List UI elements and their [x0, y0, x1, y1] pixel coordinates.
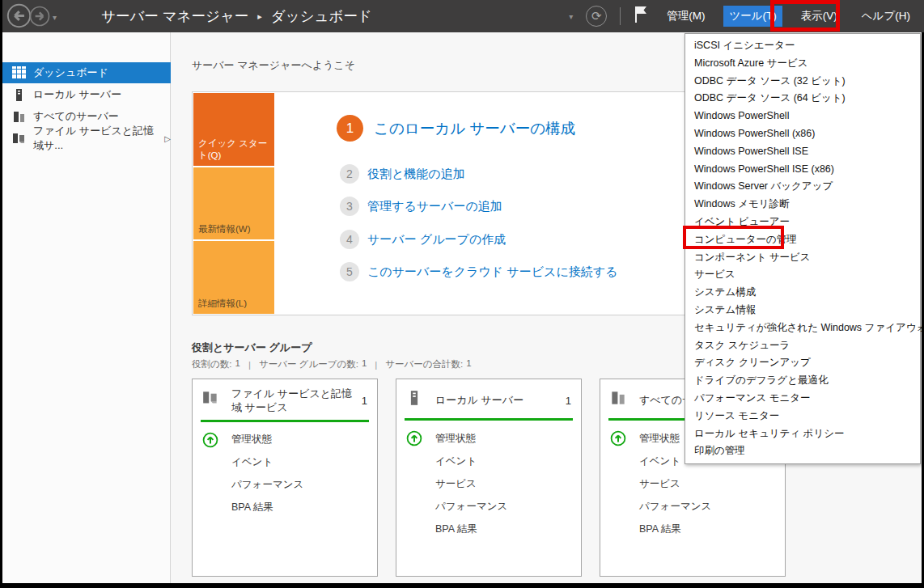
app-title: サーバー マネージャー: [101, 6, 248, 26]
tools-menu-item-local-security-policy[interactable]: ローカル セキュリティ ポリシー: [685, 425, 920, 443]
tools-menu-item-resource-monitor[interactable]: リソース モニター: [685, 408, 920, 425]
sidebar-item-label: ローカル サーバー: [33, 87, 121, 102]
tools-menu-item-task-scheduler[interactable]: タスク スケジューラ: [685, 337, 920, 355]
card-item-bpa-results[interactable]: BPA 結果: [610, 518, 785, 540]
refresh-icon[interactable]: ⟳: [586, 6, 607, 27]
step-link[interactable]: このローカル サーバーの構成: [374, 118, 575, 138]
menu-view[interactable]: 表示(V): [795, 6, 843, 27]
tools-menu-item-computer-management[interactable]: コンピューターの管理: [685, 231, 920, 249]
sidebar-item-file-storage-services[interactable]: ファイル サービスと記憶域サ... ▷: [2, 128, 171, 149]
tools-menu-item-windows-firewall-advanced[interactable]: セキュリティが強化された Windows ファイアウォール: [685, 319, 920, 337]
quickstart-step-2[interactable]: 2 役割と機能の追加: [340, 164, 465, 184]
card-item-label: 管理状態: [639, 432, 680, 446]
card-header[interactable]: ローカル サーバー 1: [396, 379, 581, 418]
breadcrumb-separator-icon: ▸: [257, 11, 262, 22]
menu-tools[interactable]: ツール(T): [723, 6, 782, 27]
tools-menu-item-system-information[interactable]: システム情報: [685, 302, 920, 319]
window-border-left: [0, 0, 2, 588]
card-item-label: BPA 結果: [639, 522, 681, 536]
card-header[interactable]: ファイル サービスと記憶域 サービス 1: [193, 379, 377, 420]
nav-buttons: ▾: [6, 3, 57, 32]
count-label: 役割の数:: [192, 358, 231, 370]
card-item-bpa-results[interactable]: BPA 結果: [406, 518, 581, 540]
titlebar: ▾ サーバー マネージャー ▸ ダッシュボード ▾ ⟳ 管理(M) ツール(T)…: [0, 0, 924, 32]
tools-menu-item-powershell-ise-x86[interactable]: Windows PowerShell ISE (x86): [685, 161, 920, 179]
quickstart-step-3[interactable]: 3 管理するサーバーの追加: [340, 197, 502, 216]
card-title[interactable]: ローカル サーバー: [435, 394, 523, 408]
notifications-flag-icon[interactable]: [634, 5, 648, 27]
tools-menu-item-performance-monitor[interactable]: パフォーマンス モニター: [685, 390, 920, 408]
count-separator: |: [248, 360, 251, 370]
card-item-performance[interactable]: パフォーマンス: [610, 495, 785, 518]
quickstart-step-4[interactable]: 4 サーバー グループの作成: [340, 230, 506, 249]
welcome-heading: サーバー マネージャーへようこそ: [192, 58, 355, 73]
server-caret-icon[interactable]: ▾: [569, 12, 573, 21]
dashboard-icon: [12, 66, 26, 80]
card-file-storage-services: ファイル サービスと記憶域 サービス 1 管理状態 イベント パフォーマンス B…: [192, 379, 378, 577]
file-storage-services-icon: [12, 132, 26, 146]
count-separator: |: [375, 360, 377, 370]
sidebar-item-label: ダッシュボード: [33, 66, 108, 80]
card-count: 1: [357, 395, 367, 407]
sidebar-item-dashboard[interactable]: ダッシュボード: [2, 62, 171, 83]
titlebar-divider: [620, 7, 621, 25]
menu-manage[interactable]: 管理(M): [661, 6, 710, 27]
step-link[interactable]: サーバー グループの作成: [367, 232, 506, 247]
card-item-events[interactable]: イベント: [202, 451, 377, 474]
step-number-badge: 5: [340, 262, 359, 281]
tab-label: クイック スタート(Q): [198, 137, 271, 162]
tools-menu-item-print-management[interactable]: 印刷の管理: [685, 442, 920, 460]
quickstart-step-1[interactable]: 1 このローカル サーバーの構成: [337, 115, 575, 142]
card-item-manageability[interactable]: 管理状態: [202, 429, 377, 451]
card-item-events[interactable]: イベント: [406, 450, 581, 472]
breadcrumb: サーバー マネージャー ▸ ダッシュボード: [101, 0, 372, 32]
tools-menu-item-powershell[interactable]: Windows PowerShell: [685, 108, 920, 125]
tools-menu-item-defragment-optimize-drives[interactable]: ドライブのデフラグと最適化: [685, 372, 920, 390]
tools-menu-item-event-viewer[interactable]: イベント ビューアー: [685, 214, 920, 231]
tab-learn-more[interactable]: 詳細情報(L): [193, 241, 274, 314]
card-item-performance[interactable]: パフォーマンス: [202, 474, 377, 497]
card-item-services[interactable]: サービス: [406, 472, 581, 495]
menu-help[interactable]: ヘルプ(H): [856, 6, 916, 27]
tools-menu-item-odbc-32[interactable]: ODBC データ ソース (32 ビット): [685, 73, 920, 91]
step-number-badge: 3: [340, 197, 359, 216]
quickstart-step-5[interactable]: 5 このサーバーをクラウド サービスに接続する: [340, 262, 617, 281]
card-item-label: イベント: [231, 455, 273, 469]
tools-menu-item-iscsi-initiator[interactable]: iSCSI イニシエーター: [685, 37, 920, 55]
count-value: 1: [235, 358, 239, 370]
page-title: ダッシュボード: [271, 6, 372, 26]
count-label: サーバー グループの数:: [259, 358, 358, 370]
tab-whats-new[interactable]: 最新情報(W): [193, 167, 274, 239]
tools-menu-item-windows-memory-diagnostic[interactable]: Windows メモリ診断: [685, 196, 920, 214]
sidebar-item-local-server[interactable]: ローカル サーバー: [2, 84, 171, 105]
tools-dropdown-menu: iSCSI イニシエーター Microsoft Azure サービス ODBC …: [685, 33, 921, 464]
card-item-performance[interactable]: パフォーマンス: [406, 495, 581, 518]
tools-menu-item-services[interactable]: サービス: [685, 266, 920, 284]
tab-label: 最新情報(W): [198, 223, 251, 235]
tab-quick-start[interactable]: クイック スタート(Q): [193, 93, 274, 166]
back-icon[interactable]: [6, 3, 32, 32]
card-item-manageability[interactable]: 管理状態: [406, 427, 581, 450]
step-number-badge: 4: [340, 230, 359, 249]
tools-menu-item-microsoft-azure-services[interactable]: Microsoft Azure サービス: [685, 55, 920, 73]
tools-menu-item-disk-cleanup[interactable]: ディスク クリーンアップ: [685, 354, 920, 372]
nav-history-caret-icon[interactable]: ▾: [53, 13, 57, 22]
tools-menu-item-system-configuration[interactable]: システム構成: [685, 284, 920, 302]
tools-menu-item-powershell-x86[interactable]: Windows PowerShell (x86): [685, 125, 920, 143]
step-link[interactable]: 役割と機能の追加: [367, 167, 465, 182]
chevron-right-icon[interactable]: ▷: [164, 134, 171, 143]
tools-menu-item-odbc-64[interactable]: ODBC データ ソース (64 ビット): [685, 90, 920, 108]
tools-menu-item-powershell-ise[interactable]: Windows PowerShell ISE: [685, 143, 920, 161]
step-link[interactable]: このサーバーをクラウド サービスに接続する: [367, 264, 617, 280]
forward-icon[interactable]: [29, 6, 50, 30]
card-item-bpa-results[interactable]: BPA 結果: [202, 497, 377, 519]
card-item-label: パフォーマンス: [231, 478, 303, 492]
card-item-label: イベント: [639, 455, 680, 468]
card-local-server: ローカル サーバー 1 管理状態 イベント サービス パフォーマンス BPA 結…: [396, 379, 582, 577]
tools-menu-item-windows-server-backup[interactable]: Windows Server バックアップ: [685, 178, 920, 196]
card-title[interactable]: ファイル サービスと記憶域 サービス: [231, 387, 357, 415]
card-item-services[interactable]: サービス: [610, 472, 785, 495]
count-label: サーバーの合計数:: [385, 358, 463, 370]
step-link[interactable]: 管理するサーバーの追加: [367, 199, 502, 214]
tools-menu-item-component-services[interactable]: コンポーネント サービス: [685, 249, 920, 267]
